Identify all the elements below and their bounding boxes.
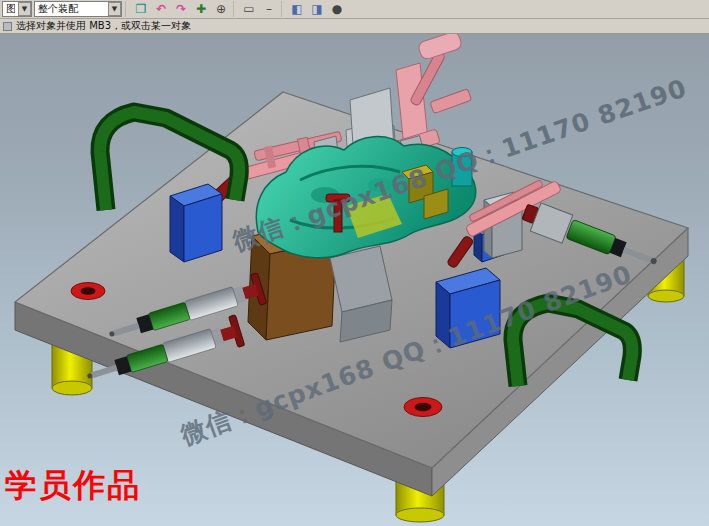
selection-filter-combo[interactable]: 图 ▼ — [2, 1, 32, 17]
blue-block-left[interactable] — [170, 184, 222, 262]
toolbar-separator — [125, 1, 129, 17]
undo-icon[interactable]: ↶ — [152, 1, 170, 18]
graphics-viewport[interactable]: 微信：gcpx168 QQ：11170 82190 微信：gcpx168 QQ：… — [0, 34, 709, 526]
prompt-text: 选择对象并使用 MB3，或双击某一对象 — [16, 19, 191, 33]
prompt-bar: 选择对象并使用 MB3，或双击某一对象 — [0, 19, 709, 34]
toolbar: 图 ▼ 整个装配 ▼ ❐ ↶ ↷ ✚ ⊕ ▭ – ◧ ◨ ● — [0, 0, 709, 19]
grommet-front[interactable] — [404, 398, 442, 417]
chevron-down-icon[interactable]: ▼ — [108, 2, 121, 16]
cad-window: 图 ▼ 整个装配 ▼ ❐ ↶ ↷ ✚ ⊕ ▭ – ◧ ◨ ● 选择对象并使用 M… — [0, 0, 709, 526]
sphere-view-icon[interactable]: ● — [328, 1, 346, 18]
toolbar-separator — [281, 1, 285, 17]
selection-scope-value: 整个装配 — [38, 2, 105, 16]
chevron-down-icon[interactable]: ▼ — [18, 2, 31, 16]
cube-view-icon[interactable]: ◧ — [288, 1, 306, 18]
caption-text: 学员作品 — [5, 464, 141, 508]
toolbar-separator — [233, 1, 237, 17]
selection-scope-combo[interactable]: 整个装配 ▼ — [34, 1, 122, 17]
move-icon[interactable]: ✚ — [192, 1, 210, 18]
selection-filter-value: 图 — [6, 2, 15, 16]
prompt-icon — [3, 22, 12, 31]
zoom-icon[interactable]: ⊕ — [212, 1, 230, 18]
cube-view2-icon[interactable]: ◨ — [308, 1, 326, 18]
dash-icon[interactable]: – — [260, 1, 278, 18]
paste-icon[interactable]: ❐ — [132, 1, 150, 18]
redo-icon[interactable]: ↷ — [172, 1, 190, 18]
rect-select-icon[interactable]: ▭ — [240, 1, 258, 18]
grommet-left[interactable] — [71, 283, 105, 300]
